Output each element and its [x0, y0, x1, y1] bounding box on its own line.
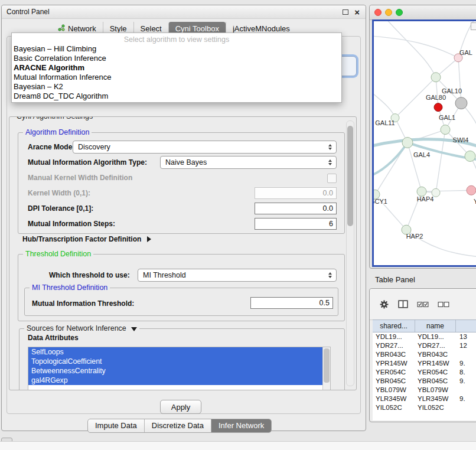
attribute-item-betweennesscentrality[interactable]: BetweennessCentrality	[28, 366, 323, 376]
tab-discretize-data[interactable]: Discretize Data	[144, 419, 211, 432]
aracne-mode-select[interactable]: Discovery	[73, 141, 337, 154]
node-label-gal80: GAL80	[426, 94, 446, 101]
columns-icon[interactable]	[398, 299, 408, 309]
data-operation-tabs: Impute DataDiscretize DataInfer Network	[87, 419, 272, 433]
algorithm-placeholder-item[interactable]: Select algorithm to view settings	[12, 35, 341, 44]
network-canvas[interactable]: GALGAL80GAL10GAL11GAL1SWI4GAL4GCY1HAP4HA…	[372, 19, 476, 267]
table-row[interactable]: YER054CYER054C8.	[373, 368, 476, 377]
scrollbar-thumb[interactable]	[347, 126, 353, 226]
dpi-tolerance-field[interactable]: 0.0	[255, 203, 337, 214]
gear-icon[interactable]	[379, 299, 389, 309]
tab-label: jActiveMNodules	[233, 24, 290, 33]
network-edge	[374, 143, 407, 176]
attribute-item-gal4rgexp[interactable]: gal4RGexp	[28, 376, 323, 385]
close-button[interactable]	[374, 9, 382, 16]
table-cell: YLR345W	[373, 394, 415, 403]
which-threshold-value: MI Threshold	[138, 271, 325, 279]
hub-definition-expander[interactable]: Hub/Transcription Factor Definition	[22, 235, 151, 243]
kernel-width-field[interactable]: 0.0	[255, 187, 337, 199]
table-cell: YDL19...	[415, 332, 456, 341]
table-row[interactable]: YBR043CYBR043C	[373, 350, 476, 359]
mi-threshold-field[interactable]: 0.5	[250, 297, 333, 309]
column-header-2[interactable]: name	[415, 320, 456, 332]
algorithm-option-mutual-information-inference[interactable]: Mutual Information Inference	[12, 73, 341, 82]
manual-kernel-width-label: Manual Kernel Width Definition	[28, 171, 132, 184]
network-node[interactable]	[431, 73, 441, 82]
network-icon	[58, 24, 65, 33]
algorithm-option-bayesian-k2[interactable]: Bayesian – K2	[12, 82, 341, 92]
group-title-threshold-definition: Threshold Definition	[23, 250, 93, 258]
group-title-cyni-settings: Cyni Algorithm Settings	[14, 116, 95, 120]
table-cell: YBR045C	[373, 377, 415, 386]
table-cell: 12	[456, 341, 476, 350]
table-toolbar	[370, 289, 476, 320]
scrollbar-thumb[interactable]	[324, 348, 330, 383]
network-node[interactable]	[402, 138, 413, 148]
tab-impute-data[interactable]: Impute Data	[88, 419, 144, 432]
which-threshold-select[interactable]: MI Threshold	[138, 269, 337, 282]
network-node[interactable]	[417, 187, 426, 196]
sources-expander[interactable]: Sources for Network Inference	[24, 324, 139, 332]
network-node[interactable]	[455, 97, 467, 109]
network-node[interactable]	[465, 151, 475, 161]
table-row[interactable]: YIL052CYIL052C	[373, 403, 476, 412]
table-cell: 8.	[456, 368, 476, 377]
table-cell: 9.	[456, 377, 476, 386]
checked-boxes-icon[interactable]	[417, 300, 429, 308]
table-row[interactable]: YBL079WYBL079W	[373, 386, 476, 394]
table-cell: YBL079W	[373, 386, 415, 394]
table-row[interactable]: YDL19...YDL19...13	[373, 332, 476, 341]
table-row[interactable]: YDR27...YDR27...12	[373, 341, 476, 350]
network-edge	[458, 58, 461, 103]
attribute-item-selfloops[interactable]: SelfLoops	[28, 347, 323, 357]
table-cell: YIL052C	[373, 403, 415, 412]
column-header-3[interactable]	[456, 320, 476, 332]
node-label-y: Y	[474, 198, 476, 205]
table-row[interactable]: YPR145WYPR145W9.	[373, 359, 476, 368]
combo-arrows-icon	[325, 159, 334, 165]
network-node[interactable]	[441, 125, 450, 135]
close-icon[interactable]: ×	[354, 8, 360, 17]
table-row[interactable]: YBR045CYBR045C9.	[373, 377, 476, 386]
window-controls: ×	[343, 8, 360, 17]
dpi-tolerance-label: DPI Tolerance [0,1]:	[28, 202, 93, 215]
mi-algorithm-type-select[interactable]: Naive Bayes	[160, 156, 337, 169]
network-node[interactable]	[467, 185, 476, 195]
table-body: YDL19...YDL19...13YDR27...YDR27...12YBR0…	[373, 332, 476, 420]
table-cell: YDR27...	[373, 341, 415, 350]
window-title: Control Panel	[6, 8, 50, 16]
control-panel-titlebar: Control Panel ×	[2, 5, 366, 19]
float-window-icon[interactable]	[343, 9, 348, 15]
algorithm-option-aracne-algorithm[interactable]: ARACNE Algorithm	[12, 63, 341, 73]
minimize-button[interactable]	[385, 9, 392, 16]
network-edge	[374, 36, 458, 58]
tab-infer-network[interactable]: Infer Network	[211, 419, 271, 432]
table-cell: 13	[456, 332, 476, 341]
group-title-mi-threshold: MI Threshold Definition	[30, 283, 110, 292]
column-header-1[interactable]: shared...	[373, 320, 415, 332]
attributes-scrollbar[interactable]	[322, 347, 330, 390]
table-cell: YLR345W	[415, 394, 456, 403]
table-cell: 9.	[456, 394, 476, 403]
table-cell: YER054C	[415, 368, 456, 377]
attribute-item-topologicalcoefficient[interactable]: TopologicalCoefficient	[28, 357, 323, 366]
network-view-window: GALGAL80GAL10GAL11GAL1SWI4GAL4GCY1HAP4HA…	[369, 5, 476, 269]
manual-kernel-width-checkbox[interactable]	[327, 174, 337, 183]
node-label-hap2: HAP2	[406, 233, 423, 240]
table-cell	[456, 350, 476, 359]
algorithm-option-bayesian-hill-climbing[interactable]: Bayesian – Hill Climbing	[12, 44, 341, 54]
collapsed-arrow-icon	[147, 236, 151, 242]
table-row[interactable]: YLR345WYLR345W9.	[373, 394, 476, 403]
zoom-button[interactable]	[396, 9, 403, 16]
apply-button[interactable]: Apply	[160, 400, 201, 414]
mi-steps-field[interactable]: 6	[255, 218, 337, 230]
algorithm-option-dream8-dc-tdc-algorithm[interactable]: Dream8 DC_TDC Algorithm	[12, 92, 341, 101]
settings-scrollbar[interactable]	[346, 120, 354, 386]
network-node[interactable]	[434, 103, 442, 112]
table-cell: YPR145W	[415, 359, 456, 368]
mi-algorithm-type-label: Mutual Information Algorithm Type:	[28, 156, 147, 169]
algorithm-option-basic-correlation-inference[interactable]: Basic Correlation Inference	[12, 54, 341, 63]
mi-steps-label: Mutual Information Steps:	[28, 217, 115, 230]
view-scrollbar-button[interactable]	[471, 22, 476, 30]
unchecked-boxes-icon[interactable]	[438, 300, 449, 308]
